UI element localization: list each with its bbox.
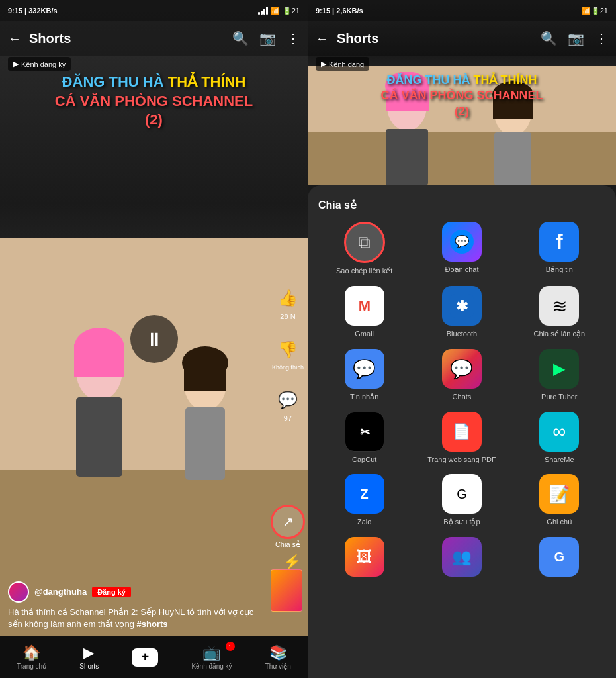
nav-library-label: Thư viện (265, 663, 291, 670)
next-video-thumbnail[interactable] (271, 569, 302, 612)
right-back-button[interactable]: ← (316, 31, 329, 46)
share-item-puretuber[interactable]: ▶ Pure Tuber (513, 349, 605, 401)
share-item-notes[interactable]: 📝 Ghi chú (513, 474, 605, 526)
like-button[interactable]: 👍 28 N (275, 285, 301, 320)
nav-subscriptions[interactable]: 📺 1 Kênh đăng ký (191, 644, 232, 670)
share-item-bluetooth[interactable]: ✱ Bluetooth (416, 286, 507, 338)
message-icon: 💬 (345, 349, 384, 389)
channel-avatar (8, 581, 29, 603)
share-item-message[interactable]: 💬 Tin nhắn (318, 349, 410, 401)
subscribe-channel-chip[interactable]: ▶ Kênh đăng ký (8, 57, 71, 71)
right-channel-label: Kênh đăng (329, 60, 364, 68)
facebook-label: Bảng tin (546, 266, 573, 274)
status-time-speed: 9:15 | 332KB/s (8, 7, 58, 15)
right-wifi-icon: 📶🔋21 (582, 7, 608, 15)
share-item-collection[interactable]: G Bộ sưu tập (416, 474, 507, 526)
nav-home[interactable]: 🏠 Trang chủ (17, 644, 46, 670)
share-item-extra1[interactable]: 🖼 (318, 537, 410, 577)
signal-bars (258, 7, 268, 15)
more-button[interactable]: ⋮ (286, 30, 300, 46)
share-item-extra3[interactable]: G (513, 537, 605, 577)
action-buttons: 👍 28 N 👎 Không thích 💬 97 (272, 285, 304, 422)
collection-label: Bộ sưu tập (443, 518, 480, 526)
svg-rect-17 (386, 129, 428, 185)
nav-subscriptions-label: Kênh đăng ký (191, 663, 232, 670)
comment-button[interactable]: 💬 97 (275, 387, 301, 422)
right-camera-button[interactable]: 📷 (568, 30, 584, 46)
right-page-title: Shorts (337, 31, 541, 46)
back-button[interactable]: ← (8, 31, 21, 46)
share-label: Chia sẻ (275, 540, 300, 549)
pause-icon: ⏸ (145, 328, 163, 350)
share-item-pdf[interactable]: 📄 Trang web sang PDF (416, 412, 507, 463)
status-bar: 9:15 | 332KB/s 📶 🔋21 (0, 0, 308, 21)
right-subscribe-chip[interactable]: ▶ Kênh đăng (316, 57, 369, 71)
shareme-icon: ∞ (539, 412, 579, 452)
hashtag: #shorts (137, 619, 168, 629)
nav-home-label: Trang chủ (17, 663, 46, 670)
bottom-navigation: 🏠 Trang chủ ▶ Shorts + 📺 1 Kênh đăng ký … (0, 636, 308, 678)
dislike-button[interactable]: 👎 Không thích (272, 336, 304, 371)
copy-link-label: Sao chép liên kết (336, 267, 392, 275)
remix-icon: ⚡ (283, 554, 301, 571)
right-status-time: 9:15 | 2,6KB/s (316, 7, 363, 15)
svg-text:✂: ✂ (359, 426, 370, 439)
share-item-shareme[interactable]: ∞ ShareMe (513, 412, 605, 463)
like-icon: 👍 (275, 285, 301, 311)
notes-icon: 📝 (539, 474, 579, 514)
search-button[interactable]: 🔍 (232, 30, 249, 46)
left-panel: ĐĂNG THU HÀ THẢ THÍNH CÁ VĂN PHÒNG SCHAN… (0, 0, 308, 678)
channel-row: @dangthuha Đăng ký (8, 581, 268, 603)
message-label: Tin nhắn (350, 393, 378, 401)
nearby-icon: ≋ (539, 286, 579, 326)
title-line2: THẢ THÍNH (168, 73, 246, 90)
svg-rect-6 (76, 397, 122, 477)
add-icon: + (132, 648, 158, 667)
nav-shorts[interactable]: ▶ Shorts (79, 644, 99, 670)
shorts-icon: ▶ (83, 644, 95, 661)
share-item-copy-link[interactable]: ⧉ Sao chép liên kết (318, 222, 410, 275)
notification-badge: 1 (226, 642, 235, 651)
nav-shorts-label: Shorts (79, 663, 99, 670)
like-count: 28 N (280, 313, 295, 320)
share-item-gmail[interactable]: M Gmail (318, 286, 410, 338)
svg-text:💬: 💬 (455, 234, 470, 249)
svg-rect-10 (185, 407, 225, 480)
share-item-extra2[interactable]: 👥 (416, 537, 507, 577)
svg-rect-21 (494, 132, 531, 185)
share-item-chats[interactable]: 💬 Chats (416, 349, 507, 401)
pause-button[interactable]: ⏸ (130, 315, 178, 363)
right-more-button[interactable]: ⋮ (595, 30, 608, 46)
home-icon: 🏠 (22, 644, 40, 661)
share-item-zalo[interactable]: Z Zalo (318, 474, 410, 526)
share-item-capcut[interactable]: ✂ CapCut (318, 412, 410, 463)
title-line1: ĐĂNG THU HÀ (62, 73, 164, 90)
share-item-facebook[interactable]: f Bảng tin (513, 222, 605, 275)
copy-link-icon: ⧉ (344, 222, 385, 263)
page-title-left: Shorts (29, 31, 232, 46)
svg-rect-5 (74, 344, 124, 377)
nav-library[interactable]: 📚 Thư viện (265, 644, 291, 670)
extra2-icon: 👥 (442, 537, 482, 577)
right-search-button[interactable]: 🔍 (541, 30, 557, 46)
camera-button[interactable]: 📷 (259, 30, 276, 46)
subscribe-tag[interactable]: Đăng ký (92, 587, 131, 597)
share-item-messenger[interactable]: 💬 Đoạn chat (416, 222, 507, 275)
library-icon: 📚 (269, 644, 287, 661)
wifi-icon: 📶 (271, 7, 280, 15)
svg-text:✱: ✱ (456, 298, 468, 315)
status-right: 📶 🔋21 (258, 7, 300, 15)
share-icon-circle: ↗ (271, 505, 305, 539)
puretuber-icon: ▶ (539, 349, 579, 389)
share-item-nearby[interactable]: ≋ Chia sẻ lân cận (513, 286, 605, 338)
svg-text:M: M (358, 297, 370, 314)
right-status-bar: 9:15 | 2,6KB/s 📶🔋21 (308, 0, 616, 21)
nav-add[interactable]: + (132, 648, 158, 667)
comment-icon: 💬 (275, 387, 301, 413)
dislike-icon: 👎 (275, 336, 301, 363)
app-bar-icons: 🔍 📷 ⋮ (232, 30, 300, 46)
share-button-area[interactable]: ↗ Chia sẻ (271, 505, 305, 549)
channel-info: @dangthuha Đăng ký Hà thả thính cả Schan… (8, 581, 268, 630)
capcut-label: CapCut (352, 456, 376, 463)
bluetooth-label: Bluetooth (447, 330, 477, 338)
